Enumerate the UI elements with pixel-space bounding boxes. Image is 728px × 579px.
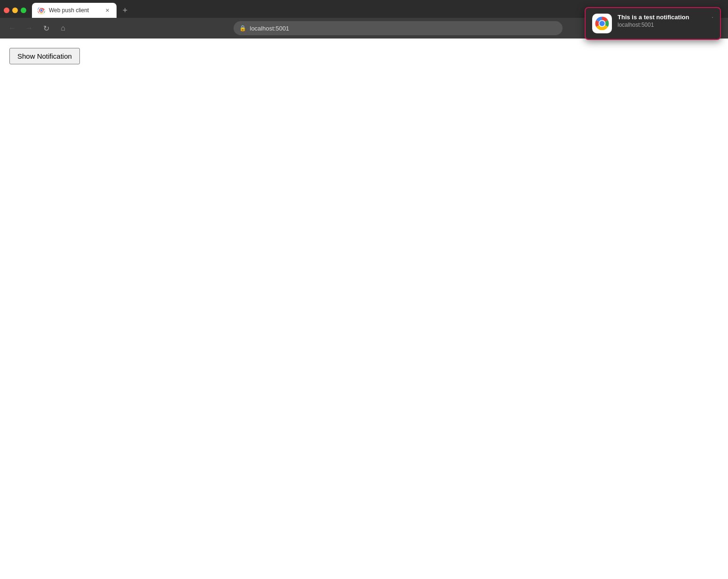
tab-label: Web push client (49, 7, 100, 14)
url-text: localhost:5001 (250, 25, 290, 32)
notification-close-button[interactable]: · (712, 14, 713, 20)
show-notification-button[interactable]: Show Notification (9, 48, 80, 64)
notification-source: localhost:5001 (618, 22, 706, 28)
home-button[interactable]: ⌂ (56, 22, 70, 35)
page-content: Show Notification (0, 39, 728, 579)
lock-icon: 🔒 (239, 25, 246, 31)
window-controls (4, 8, 26, 13)
tab-favicon-icon (38, 7, 45, 14)
notification-popup: This is a test notification localhost:50… (585, 7, 721, 40)
forward-button[interactable]: → (23, 22, 36, 35)
active-tab[interactable]: Web push client ✕ (32, 3, 117, 18)
notification-icon-wrap (592, 14, 612, 33)
window-close-button[interactable] (4, 8, 9, 13)
new-tab-button[interactable]: + (118, 4, 132, 17)
chrome-notification-icon (594, 15, 611, 32)
reload-button[interactable]: ↻ (39, 22, 53, 35)
notification-title: This is a test notification (618, 14, 706, 21)
tab-close-button[interactable]: ✕ (103, 7, 111, 14)
svg-point-6 (599, 21, 605, 26)
svg-point-3 (40, 9, 43, 12)
window-minimize-button[interactable] (12, 8, 18, 13)
url-bar[interactable]: 🔒 localhost:5001 (234, 21, 563, 35)
notification-text: This is a test notification localhost:50… (618, 14, 706, 28)
back-button[interactable]: ← (6, 22, 19, 35)
window-maximize-button[interactable] (21, 8, 26, 13)
